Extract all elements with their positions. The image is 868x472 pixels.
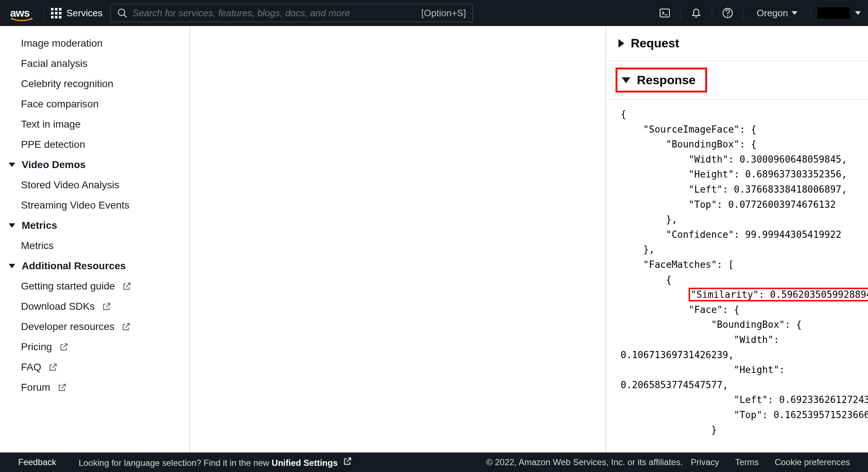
chevron-down-icon bbox=[622, 77, 630, 83]
sidebar-item-label: PPE detection bbox=[21, 139, 85, 150]
svg-rect-2 bbox=[660, 9, 669, 17]
external-link-icon bbox=[59, 342, 69, 352]
sidebar-item-label: Text in image bbox=[21, 119, 81, 130]
footer-link[interactable]: Privacy bbox=[691, 457, 719, 467]
sidebar-item-label: Facial analysis bbox=[21, 58, 88, 69]
sidebar-header-additional-resources[interactable]: Additional Resources bbox=[9, 256, 179, 276]
sidebar-item-label: Face comparison bbox=[21, 98, 99, 110]
aws-logo-text: aws bbox=[10, 7, 30, 19]
notifications-icon[interactable] bbox=[690, 7, 702, 19]
language-hint: Looking for language selection? Find it … bbox=[78, 456, 352, 468]
search-shortcut: [Option+S] bbox=[421, 8, 466, 19]
chevron-down-icon bbox=[9, 264, 15, 268]
svg-point-5 bbox=[727, 16, 728, 17]
services-grid-icon bbox=[51, 8, 61, 18]
chevron-down-icon bbox=[9, 163, 15, 167]
sidebar-item-label: Streaming Video Events bbox=[21, 199, 129, 211]
footer-link[interactable]: Terms bbox=[735, 457, 759, 467]
external-link-icon bbox=[343, 456, 352, 466]
svg-point-0 bbox=[118, 9, 125, 16]
nav-divider bbox=[712, 7, 712, 20]
sidebar-item-label: Download SDKs bbox=[21, 301, 95, 312]
sidebar-item[interactable]: PPE detection bbox=[9, 134, 179, 155]
top-nav: aws Services [Option+S] Oregon bbox=[0, 0, 868, 26]
aws-logo[interactable]: aws bbox=[10, 7, 30, 19]
sidebar-item[interactable]: Stored Video Analysis bbox=[9, 175, 179, 195]
help-icon[interactable] bbox=[722, 7, 734, 19]
sidebar-item[interactable]: Getting started guide bbox=[9, 276, 179, 296]
sidebar-item[interactable]: Text in image bbox=[9, 114, 179, 134]
sidebar-header-label: Additional Resources bbox=[22, 260, 126, 272]
main-content bbox=[190, 26, 605, 452]
sidebar-item[interactable]: Metrics bbox=[9, 236, 179, 256]
external-link-icon bbox=[102, 302, 111, 311]
sidebar-item[interactable]: Image moderation bbox=[9, 33, 179, 53]
sidebar-item[interactable]: Forum bbox=[9, 377, 179, 398]
nav-divider bbox=[743, 7, 744, 20]
sidebar-item-label: Pricing bbox=[21, 341, 52, 353]
sidebar-header-label: Video Demos bbox=[22, 159, 86, 171]
nav-divider bbox=[44, 7, 44, 20]
response-heading: Response bbox=[637, 73, 696, 87]
chevron-down-icon bbox=[9, 223, 15, 228]
external-link-icon bbox=[122, 322, 131, 331]
request-section-toggle[interactable]: Request bbox=[606, 26, 868, 60]
nav-divider bbox=[810, 7, 811, 20]
footer-link[interactable]: Cookie preferences bbox=[775, 457, 850, 467]
similarity-highlight: "Similarity": 0.5962035059928894, bbox=[689, 288, 868, 301]
sidebar-item-label: Getting started guide bbox=[21, 280, 115, 292]
sidebar-item-label: Developer resources bbox=[21, 321, 114, 332]
sidebar-item[interactable]: Pricing bbox=[9, 337, 179, 357]
search-input[interactable] bbox=[132, 8, 414, 19]
sidebar-item-label: Forum bbox=[21, 382, 50, 393]
sidebar-header-metrics[interactable]: Metrics bbox=[9, 215, 179, 236]
external-link-icon bbox=[122, 282, 132, 291]
search-box[interactable]: [Option+S] bbox=[110, 4, 473, 22]
sidebar: Image moderationFacial analysisCelebrity… bbox=[0, 26, 190, 452]
feedback-link[interactable]: Feedback bbox=[18, 457, 56, 467]
sidebar-item[interactable]: Developer resources bbox=[9, 317, 179, 337]
svg-line-1 bbox=[124, 15, 127, 17]
sidebar-item[interactable]: Celebrity recognition bbox=[9, 74, 179, 94]
sidebar-item-label: Metrics bbox=[21, 240, 54, 252]
region-label: Oregon bbox=[757, 8, 788, 19]
chevron-down-icon bbox=[855, 11, 861, 15]
sidebar-item[interactable]: Streaming Video Events bbox=[9, 195, 179, 215]
request-heading: Request bbox=[631, 36, 679, 50]
services-button[interactable]: Services bbox=[51, 8, 103, 19]
cloudshell-icon[interactable] bbox=[659, 7, 671, 19]
sidebar-item[interactable]: FAQ bbox=[9, 357, 179, 377]
sidebar-item[interactable]: Download SDKs bbox=[9, 296, 179, 317]
response-highlight-box: Response bbox=[616, 68, 707, 93]
external-link-icon bbox=[58, 383, 67, 392]
sidebar-header-label: Metrics bbox=[22, 220, 57, 231]
external-link-icon bbox=[48, 362, 58, 372]
language-hint-text: Looking for language selection? Find it … bbox=[78, 458, 272, 468]
sidebar-item-label: Celebrity recognition bbox=[21, 78, 113, 90]
unified-settings-link[interactable]: Unified Settings bbox=[272, 458, 338, 468]
response-json: { "SourceImageFace": { "BoundingBox": { … bbox=[606, 100, 868, 438]
search-icon bbox=[117, 8, 127, 18]
footer-copyright: © 2022, Amazon Web Services, Inc. or its… bbox=[486, 457, 683, 467]
inspector-panel: Request Response { "SourceImageFace": { … bbox=[605, 26, 868, 452]
sidebar-item-label: Image moderation bbox=[21, 38, 103, 49]
account-name-redacted bbox=[817, 7, 850, 19]
sidebar-item-label: Stored Video Analysis bbox=[21, 179, 119, 191]
services-label: Services bbox=[67, 8, 103, 19]
account-menu[interactable] bbox=[817, 7, 861, 19]
aws-smile-icon bbox=[10, 18, 33, 21]
nav-divider bbox=[680, 7, 681, 20]
chevron-down-icon bbox=[792, 11, 797, 15]
footer: Feedback Looking for language selection?… bbox=[0, 452, 868, 472]
sidebar-item-label: FAQ bbox=[21, 361, 41, 373]
response-section-toggle[interactable]: Response bbox=[619, 71, 699, 89]
sidebar-item[interactable]: Facial analysis bbox=[9, 53, 179, 74]
region-selector[interactable]: Oregon bbox=[757, 8, 797, 19]
chevron-right-icon bbox=[618, 39, 624, 48]
sidebar-item[interactable]: Face comparison bbox=[9, 94, 179, 114]
sidebar-header-video-demos[interactable]: Video Demos bbox=[9, 155, 179, 175]
